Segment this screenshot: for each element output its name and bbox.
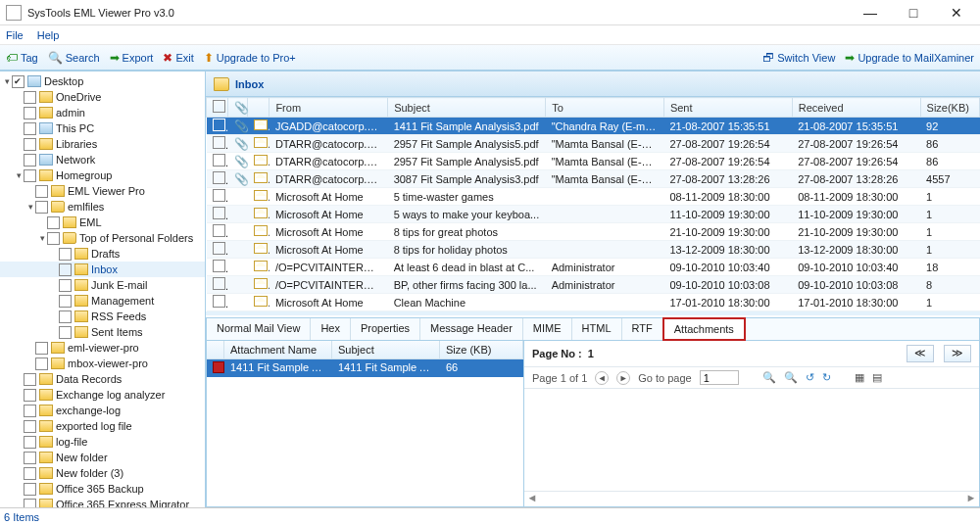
row-checkbox[interactable] — [213, 154, 225, 167]
folder-tree[interactable]: ▾ Desktop OneDrive admin This PC Librari… — [0, 72, 205, 507]
layout-icon[interactable]: ▤ — [872, 371, 882, 384]
redo-icon[interactable]: ↻ — [822, 371, 831, 384]
col-from[interactable]: From — [270, 98, 388, 118]
view-tab[interactable]: HTML — [572, 318, 622, 340]
row-checkbox[interactable] — [213, 277, 225, 290]
tree-item[interactable]: Sent Items — [0, 324, 205, 340]
checkbox[interactable] — [59, 248, 72, 261]
tree-item[interactable]: ▾ Homegroup — [0, 167, 205, 183]
menu-help[interactable]: Help — [37, 29, 60, 41]
tree-item[interactable]: admin — [0, 105, 205, 120]
checkbox[interactable] — [35, 342, 48, 355]
undo-icon[interactable]: ↺ — [806, 371, 814, 384]
prev-page-button[interactable]: ≪ — [906, 345, 934, 362]
close-button[interactable]: ✕ — [935, 0, 978, 25]
tree-item[interactable]: Network — [0, 152, 205, 167]
view-tab[interactable]: RTF — [622, 318, 663, 340]
email-row[interactable]: 📎 DTARR@catocorp.com 3087 Fit Sample Ana… — [207, 170, 980, 188]
email-row[interactable]: 📎 DTARR@catocorp.com 2957 Fit Sample Ana… — [207, 135, 980, 153]
email-row[interactable]: Microsoft At Home Clean Machine 17-01-20… — [207, 294, 980, 311]
checkbox[interactable] — [12, 75, 24, 88]
view-tab[interactable]: Attachments — [662, 317, 746, 341]
checkbox[interactable] — [24, 436, 36, 449]
view-tab[interactable]: MIME — [523, 318, 572, 340]
col-to[interactable]: To — [546, 98, 664, 118]
zoom-out-icon[interactable]: 🔍 — [762, 371, 776, 384]
view-tab[interactable]: Normal Mail View — [207, 318, 311, 340]
tree-item[interactable]: Drafts — [0, 246, 205, 262]
email-row[interactable]: /O=PCVITAINTERNAL/OU=FI... At least 6 de… — [207, 259, 980, 276]
toggle-icon[interactable]: ▾ — [25, 202, 35, 212]
checkbox[interactable] — [35, 358, 48, 370]
preview-scrollbar[interactable]: ◄ ► — [524, 491, 979, 506]
tree-item[interactable]: New folder (3) — [0, 465, 205, 481]
checkbox[interactable] — [24, 405, 36, 417]
col-icon[interactable] — [248, 98, 270, 118]
tree-item[interactable]: Junk E-mail — [0, 277, 205, 293]
checkbox[interactable] — [24, 499, 36, 508]
tree-item[interactable]: eml-viewer-pro — [0, 340, 205, 356]
row-checkbox[interactable] — [213, 207, 225, 219]
tree-item[interactable]: New folder — [0, 450, 205, 465]
checkbox[interactable] — [24, 91, 36, 104]
email-row[interactable]: Microsoft At Home 5 ways to make your ke… — [207, 206, 980, 223]
zoom-in-icon[interactable]: 🔍 — [784, 371, 798, 384]
col-att-size[interactable]: Size (KB) — [440, 341, 523, 358]
checkbox[interactable] — [47, 232, 60, 245]
row-checkbox[interactable] — [213, 224, 225, 237]
checkbox[interactable] — [24, 452, 36, 464]
checkbox[interactable] — [24, 420, 36, 433]
col-size[interactable]: Size(KB) — [920, 98, 979, 118]
tree-item[interactable]: exchange-log — [0, 403, 205, 418]
nav-back-icon[interactable]: ◄ — [595, 371, 609, 385]
grid-header-row[interactable]: 📎 From Subject To Sent Received Size(KB) — [207, 98, 980, 118]
checkbox[interactable] — [24, 389, 36, 402]
attachments-header[interactable]: Attachment Name Subject Size (KB) — [207, 341, 523, 359]
tree-item[interactable]: log-file — [0, 434, 205, 450]
tree-item[interactable]: This PC — [0, 120, 205, 136]
email-row[interactable]: 📎 JGADD@catocorp.com 1411 Fit Sample Ana… — [207, 118, 980, 135]
nav-fwd-icon[interactable]: ► — [616, 371, 630, 385]
row-checkbox[interactable] — [213, 119, 225, 131]
checkbox[interactable] — [24, 169, 36, 182]
checkbox[interactable] — [47, 216, 60, 229]
email-row[interactable]: 📎 DTARR@catocorp.com 2957 Fit Sample Ana… — [207, 153, 980, 170]
row-checkbox[interactable] — [213, 189, 225, 202]
fit-icon[interactable]: ▦ — [855, 371, 864, 384]
view-tab[interactable]: Message Header — [420, 318, 523, 340]
col-att-subject[interactable]: Subject — [332, 341, 440, 358]
checkbox[interactable] — [59, 310, 72, 323]
checkbox[interactable] — [24, 467, 36, 480]
checkbox[interactable] — [24, 107, 36, 119]
tree-item[interactable]: Libraries — [0, 136, 205, 152]
tree-item[interactable]: mbox-viewer-pro — [0, 356, 205, 371]
view-tab[interactable]: Properties — [351, 318, 420, 340]
col-att-name[interactable]: Attachment Name — [224, 341, 332, 358]
col-subject[interactable]: Subject — [388, 98, 546, 118]
tree-item[interactable]: RSS Feeds — [0, 309, 205, 324]
email-row[interactable]: Microsoft At Home 8 tips for holiday pho… — [207, 241, 980, 259]
checkbox[interactable] — [35, 185, 48, 198]
maximize-button[interactable]: □ — [892, 0, 935, 25]
row-checkbox[interactable] — [213, 136, 225, 149]
tree-item[interactable]: ▾ Top of Personal Folders — [0, 230, 205, 246]
upgrade-pro-button[interactable]: ⬆Upgrade to Pro+ — [204, 51, 296, 65]
checkbox[interactable] — [59, 263, 72, 276]
tree-item[interactable]: EML — [0, 215, 205, 230]
tree-item[interactable]: ▾ emlfiles — [0, 199, 205, 215]
upgrade-mx-button[interactable]: ➡Upgrade to MailXaminer — [845, 51, 974, 65]
exit-button[interactable]: ✖Exit — [163, 51, 193, 65]
row-checkbox[interactable] — [213, 171, 225, 184]
checkbox[interactable] — [24, 122, 36, 135]
preview-body[interactable] — [524, 389, 979, 491]
checkbox[interactable] — [24, 373, 36, 386]
checkbox[interactable] — [24, 138, 36, 151]
tree-item[interactable]: Office 365 Express Migrator — [0, 497, 205, 507]
view-tab[interactable]: Hex — [311, 318, 351, 340]
email-row[interactable]: Microsoft At Home 8 tips for great photo… — [207, 223, 980, 241]
goto-input[interactable] — [700, 370, 739, 385]
checkbox[interactable] — [59, 279, 72, 292]
email-row[interactable]: /O=PCVITAINTERNAL/OU=FI... BP, other fir… — [207, 276, 980, 294]
email-row[interactable]: Microsoft At Home 5 time-waster games 08… — [207, 188, 980, 206]
tree-item[interactable]: Office 365 Backup — [0, 481, 205, 497]
